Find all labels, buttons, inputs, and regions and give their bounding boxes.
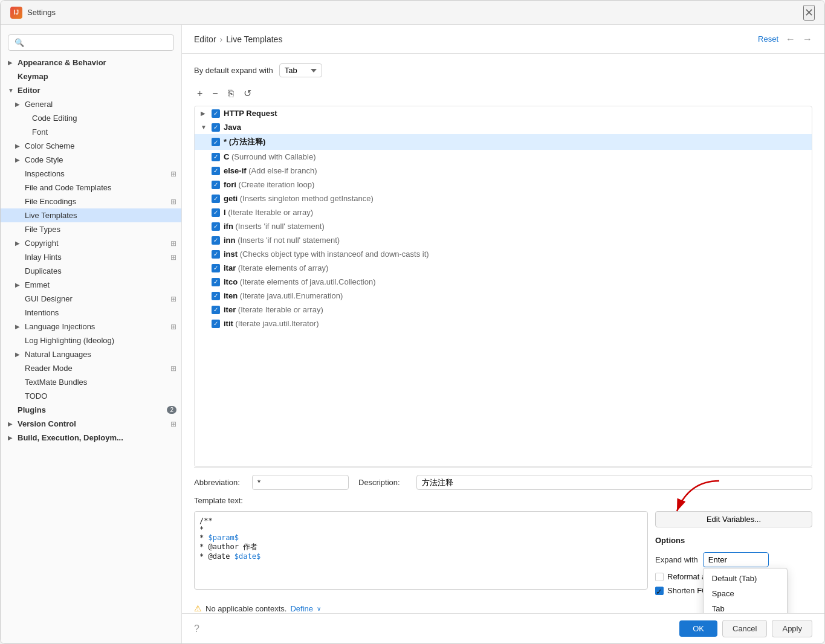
sidebar-item-log-highlighting[interactable]: Log Highlighting (Ideolog)	[1, 333, 181, 347]
sidebar-item-inlay-hints[interactable]: Inlay Hints ⊞	[1, 250, 181, 264]
search-input[interactable]	[8, 34, 174, 51]
sidebar-item-version-control[interactable]: ▶ Version Control ⊞	[1, 417, 181, 431]
close-button[interactable]: ✕	[803, 5, 815, 21]
sidebar-item-general[interactable]: ▶ General	[1, 97, 181, 111]
copy-template-button[interactable]: ⎘	[225, 86, 237, 101]
item-checkbox[interactable]: ✓	[212, 306, 220, 314]
template-item-geti[interactable]: ✓ geti (Inserts singleton method getInst…	[195, 192, 812, 205]
item-checkbox[interactable]: ✓	[212, 264, 220, 272]
sidebar-item-reader-mode[interactable]: Reader Mode ⊞	[1, 361, 181, 375]
dropdown-item-default[interactable]: Default (Tab)	[704, 571, 787, 586]
reformat-checkbox[interactable]	[655, 573, 664, 581]
sidebar-item-label: Language Injections	[25, 322, 95, 331]
apply-button[interactable]: Apply	[772, 620, 812, 637]
item-checkbox[interactable]: ✓	[212, 195, 220, 203]
item-checkbox[interactable]: ✓	[212, 320, 220, 328]
sidebar-item-file-code-templates[interactable]: File and Code Templates	[1, 181, 181, 195]
sidebar-item-file-encodings[interactable]: File Encodings ⊞	[1, 195, 181, 208]
expand-with-label: By default expand with	[194, 66, 273, 75]
template-item-itar[interactable]: ✓ itar (Iterate elements of array)	[195, 261, 812, 275]
template-item-else-if[interactable]: ✓ else-if (Add else-if branch)	[195, 164, 812, 178]
item-checkbox[interactable]: ✓	[212, 208, 220, 217]
forward-button[interactable]: →	[803, 34, 812, 45]
define-link[interactable]: Define	[290, 604, 313, 613]
revert-template-button[interactable]: ↺	[241, 86, 254, 101]
templates-list: ▶ ✓ HTTP Request ▼ ✓ Java ✓	[195, 106, 812, 466]
description-input[interactable]	[416, 475, 812, 490]
abbreviation-input[interactable]	[252, 475, 349, 490]
dropdown-item-tab[interactable]: Tab	[704, 601, 787, 613]
cancel-button[interactable]: Cancel	[722, 620, 767, 637]
template-item-c[interactable]: ✓ C (Surround with Callable)	[195, 150, 812, 164]
template-line-3: * $param$	[199, 533, 642, 542]
sidebar-item-duplicates[interactable]: Duplicates	[1, 264, 181, 278]
template-item-iten[interactable]: ✓ iten (Iterate java.util.Enumeration)	[195, 289, 812, 303]
add-template-button[interactable]: +	[194, 86, 205, 101]
template-item-itit[interactable]: ✓ itit (Iterate java.util.Iterator)	[195, 317, 812, 330]
template-item-fori[interactable]: ✓ fori (Create iteration loop)	[195, 178, 812, 192]
item-checkbox[interactable]: ✓	[212, 138, 220, 146]
dropdown-item-space[interactable]: Space	[704, 586, 787, 601]
shorten-checkbox[interactable]: ✓	[655, 587, 664, 595]
item-checkbox[interactable]: ✓	[212, 250, 220, 259]
item-checkbox[interactable]: ✓	[212, 181, 220, 189]
item-checkbox[interactable]: ✓	[212, 236, 220, 245]
sidebar-item-label: Intentions	[25, 308, 59, 317]
ok-button[interactable]: OK	[679, 620, 717, 637]
sidebar-item-language-injections[interactable]: ▶ Language Injections ⊞	[1, 320, 181, 333]
group-java[interactable]: ▼ ✓ Java	[195, 120, 812, 134]
template-item-inst[interactable]: ✓ inst (Checks object type with instance…	[195, 247, 812, 261]
templates-toolbar: + − ⎘ ↺	[194, 86, 812, 101]
template-item-method-comment[interactable]: ✓ * (方法注释)	[195, 134, 812, 150]
sidebar-item-emmet[interactable]: ▶ Emmet	[1, 278, 181, 292]
sidebar-item-color-scheme[interactable]: ▶ Color Scheme	[1, 139, 181, 153]
sidebar-item-natural-languages[interactable]: ▶ Natural Languages	[1, 347, 181, 361]
sidebar-item-plugins[interactable]: Plugins 2	[1, 403, 181, 417]
group-checkbox[interactable]: ✓	[212, 109, 220, 118]
sidebar-item-code-style[interactable]: ▶ Code Style	[1, 153, 181, 167]
sidebar-item-gui-designer[interactable]: GUI Designer ⊞	[1, 292, 181, 306]
settings-icon: ⊞	[170, 239, 176, 248]
expand-with-select[interactable]: Tab Space Enter None	[279, 63, 322, 77]
template-item-ifn[interactable]: ✓ ifn (Inserts 'if null' statement)	[195, 219, 812, 233]
group-checkbox[interactable]: ✓	[212, 123, 220, 132]
group-http-request[interactable]: ▶ ✓ HTTP Request	[195, 106, 812, 120]
sidebar-item-file-types[interactable]: File Types	[1, 222, 181, 236]
sidebar-item-textmate-bundles[interactable]: TextMate Bundles	[1, 375, 181, 389]
back-button[interactable]: ←	[786, 34, 795, 45]
sidebar-item-keymap[interactable]: Keymap	[1, 69, 181, 83]
template-item-l[interactable]: ✓ l (Iterate Iterable or array)	[195, 205, 812, 219]
item-checkbox[interactable]: ✓	[212, 167, 220, 175]
sidebar-item-build[interactable]: ▶ Build, Execution, Deploym...	[1, 431, 181, 445]
expand-arrow-icon: ▶	[15, 156, 22, 163]
template-item-itco[interactable]: ✓ itco (Iterate elements of java.util.Co…	[195, 275, 812, 289]
edit-variables-button[interactable]: Edit Variables...	[655, 511, 812, 527]
sidebar-item-inspections[interactable]: Inspections ⊞	[1, 167, 181, 181]
options-expand-with-select[interactable]: Default (Tab) Space Tab Enter None	[703, 552, 769, 567]
sidebar-item-intentions[interactable]: Intentions	[1, 306, 181, 320]
sidebar-item-todo[interactable]: TODO	[1, 389, 181, 403]
action-bar: ? OK Cancel Apply	[182, 613, 824, 643]
template-item-inn[interactable]: ✓ inn (Inserts 'if not null' statement)	[195, 233, 812, 247]
sidebar-item-appearance[interactable]: ▶ Appearance & Behavior	[1, 56, 181, 69]
item-checkbox[interactable]: ✓	[212, 222, 220, 231]
sidebar-item-editor[interactable]: ▼ Editor	[1, 83, 181, 97]
item-checkbox[interactable]: ✓	[212, 278, 220, 286]
titlebar-left: IJ Settings	[10, 7, 56, 19]
remove-template-button[interactable]: −	[209, 86, 221, 101]
template-editor[interactable]: /** * * $param$ * @author 作者 * @date $da…	[194, 511, 648, 590]
sidebar-item-font[interactable]: Font	[1, 125, 181, 139]
template-name: itco (Iterate elements of java.util.Coll…	[224, 277, 375, 286]
sidebar-item-label: General	[25, 100, 53, 109]
sidebar-item-live-templates[interactable]: Live Templates	[1, 208, 181, 222]
reset-button[interactable]: Reset	[758, 34, 778, 43]
item-checkbox[interactable]: ✓	[212, 292, 220, 300]
item-checkbox[interactable]: ✓	[212, 153, 220, 161]
template-item-iter[interactable]: ✓ iter (Iterate Iterable or array)	[195, 303, 812, 317]
template-name: itar (Iterate elements of array)	[224, 263, 328, 272]
expand-arrow-icon: ▶	[15, 240, 22, 246]
sidebar-item-label: Code Style	[25, 155, 63, 164]
help-icon[interactable]: ?	[194, 623, 199, 634]
sidebar-item-code-editing[interactable]: Code Editing	[1, 111, 181, 125]
sidebar-item-copyright[interactable]: ▶ Copyright ⊞	[1, 236, 181, 250]
